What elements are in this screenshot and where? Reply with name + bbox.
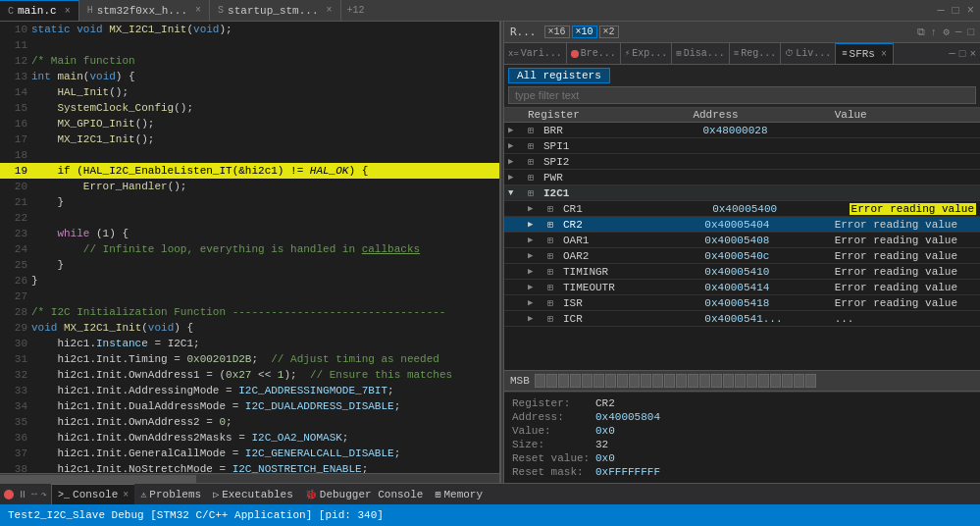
memory-tab[interactable]: ⊞ Memory	[429, 484, 489, 504]
code-h-scrollbar[interactable]	[0, 473, 499, 483]
reg-address: 0x40005400	[712, 203, 849, 215]
problems-tab[interactable]: ⚠ Problems	[134, 484, 207, 504]
right-panel-maximize[interactable]: □	[959, 48, 966, 60]
close-window-icon[interactable]: ×	[967, 4, 974, 18]
debug-step-icon[interactable]: ↔	[31, 489, 37, 500]
list-item[interactable]: ▶ ⊞ PWR	[504, 170, 980, 185]
minimize-icon[interactable]: ─	[937, 4, 944, 18]
tab-main-c[interactable]: C main.c ×	[0, 0, 79, 21]
line-number: 33	[0, 383, 29, 398]
reg-name: TIMINGR	[563, 266, 704, 278]
hex10-button[interactable]: ×10	[572, 26, 597, 38]
line-content[interactable]: static void MX_I2C1_Init(void);	[29, 22, 499, 37]
bit-box[interactable]	[593, 374, 604, 388]
bit-box[interactable]	[558, 374, 569, 388]
header-register: Register	[528, 109, 693, 121]
reg-name: ICR	[563, 313, 704, 325]
list-item[interactable]: ▶ ⊞ TIMEOUTR 0x40005414 Error reading va…	[504, 280, 980, 295]
table-row: 34 hi2c1.Init.DualAddressMode = I2C_DUAL…	[0, 398, 499, 414]
bit-box[interactable]	[735, 374, 746, 388]
hex16-button[interactable]: ×16	[544, 26, 570, 38]
line-content: /* Main function	[29, 53, 499, 69]
list-item[interactable]: ▼ ⊞ I2C1	[504, 185, 980, 201]
tab-main-c-close[interactable]: ×	[65, 6, 71, 17]
bit-box[interactable]	[664, 374, 675, 388]
list-item[interactable]: ▶ ⊞ OAR2 0x4000540c Error reading value	[504, 248, 980, 264]
line-number: 14	[0, 84, 29, 100]
tab-bre[interactable]: Bre...	[567, 43, 621, 64]
line-number: 18	[0, 147, 29, 163]
list-item[interactable]: ▶ ⊞ CR2 0x40005404 Error reading value	[504, 217, 980, 233]
bit-box[interactable]	[711, 374, 722, 388]
tab-startup[interactable]: S startup_stm... ×	[210, 0, 340, 21]
list-item[interactable]: ▶ ⊞ ICR 0x4000541... ...	[504, 311, 980, 327]
hex2-button[interactable]: ×2	[599, 26, 619, 38]
export-icon[interactable]: ↑	[931, 26, 938, 38]
line-number: 27	[0, 289, 29, 304]
bit-box[interactable]	[546, 374, 557, 388]
reg-name: SPI1	[543, 140, 702, 152]
reg-address: 0x48000028	[702, 125, 839, 136]
tab-vari[interactable]: x=Vari...	[504, 43, 567, 64]
list-item[interactable]: ▶ ⊞ TIMINGR 0x40005410 Error reading val…	[504, 264, 980, 280]
maximize-right-icon[interactable]: □	[967, 26, 974, 38]
minimize-right-icon[interactable]: ─	[955, 26, 962, 38]
list-item[interactable]: ▶ ⊞ SPI2	[504, 154, 980, 170]
bit-box[interactable]	[747, 374, 757, 388]
copy-icon[interactable]: ⧉	[917, 26, 925, 38]
all-registers-tab[interactable]: All registers	[508, 68, 610, 83]
debug-stop-icon[interactable]	[4, 490, 14, 500]
bit-box[interactable]	[676, 374, 687, 388]
bit-box[interactable]	[617, 374, 628, 388]
list-item[interactable]: ▶ ⊞ SPI1	[504, 138, 980, 154]
bit-box[interactable]	[535, 374, 545, 388]
line-number: 16	[0, 116, 29, 132]
tab-exp[interactable]: ⚡Exp...	[621, 43, 672, 64]
executables-tab[interactable]: ▷ Executables	[207, 484, 299, 504]
tab-startup-close[interactable]: ×	[327, 5, 333, 16]
debug-stepover-icon[interactable]: ↷	[41, 489, 47, 500]
bit-box[interactable]	[641, 374, 651, 388]
bit-box[interactable]	[758, 374, 769, 388]
console-tab[interactable]: >_ Console ×	[52, 484, 134, 504]
list-item[interactable]: ▶ ⊞ CR1 0x40005400 Error reading value	[504, 201, 980, 217]
detail-row-value: Value: 0x0	[512, 425, 972, 437]
debug-pause-icon[interactable]: ⏸	[18, 489, 27, 500]
bit-box[interactable]	[570, 374, 581, 388]
console-close[interactable]: ×	[123, 490, 129, 500]
tab-sfrs[interactable]: ≡ SFRs ×	[836, 43, 894, 64]
tab-disa[interactable]: ⊞Disa...	[672, 43, 729, 64]
bit-box[interactable]	[652, 374, 663, 388]
sfr-tab-close[interactable]: ×	[881, 49, 887, 60]
settings-icon[interactable]: ⚙	[943, 26, 950, 38]
tab-stm32[interactable]: H stm32f0xx_h... ×	[79, 0, 210, 21]
bit-box[interactable]	[699, 374, 710, 388]
bit-box[interactable]	[794, 374, 804, 388]
right-panel-minimize[interactable]: ─	[949, 48, 955, 60]
debugger-console-tab[interactable]: 🐞 Debugger Console	[299, 484, 430, 504]
bit-box[interactable]	[723, 374, 734, 388]
list-item[interactable]: ▶ ⊞ BRR 0x48000028	[504, 123, 980, 138]
line-number: 17	[0, 132, 29, 147]
table-row: 35 hi2c1.Init.OwnAddress2 = 0;	[0, 414, 499, 430]
tab-stm32-close[interactable]: ×	[195, 5, 201, 16]
bit-box[interactable]	[688, 374, 698, 388]
bit-box[interactable]	[805, 374, 816, 388]
maximize-icon[interactable]: □	[953, 4, 959, 18]
register-filter-input[interactable]	[508, 86, 976, 104]
bit-box[interactable]	[782, 374, 793, 388]
bit-box[interactable]	[770, 374, 781, 388]
bit-box[interactable]	[582, 374, 593, 388]
expand-icon: ▶	[508, 140, 513, 151]
code-area[interactable]: 10 static void MX_I2C1_Init(void); 11 12…	[0, 22, 499, 473]
tab-more-button[interactable]: +12	[341, 0, 371, 21]
tab-reg[interactable]: ≡Reg...	[730, 43, 781, 64]
list-item[interactable]: ▶ ⊞ OAR1 0x40005408 Error reading value	[504, 233, 980, 248]
line-content: void MX_I2C1_Init(void) {	[29, 320, 499, 336]
tab-liv[interactable]: ⏱Liv...	[781, 43, 836, 64]
reg-name: CR2	[563, 219, 704, 231]
bit-box[interactable]	[605, 374, 616, 388]
list-item[interactable]: ▶ ⊞ ISR 0x40005418 Error reading value	[504, 295, 980, 311]
right-panel-close[interactable]: ×	[969, 48, 976, 60]
bit-box[interactable]	[629, 374, 640, 388]
